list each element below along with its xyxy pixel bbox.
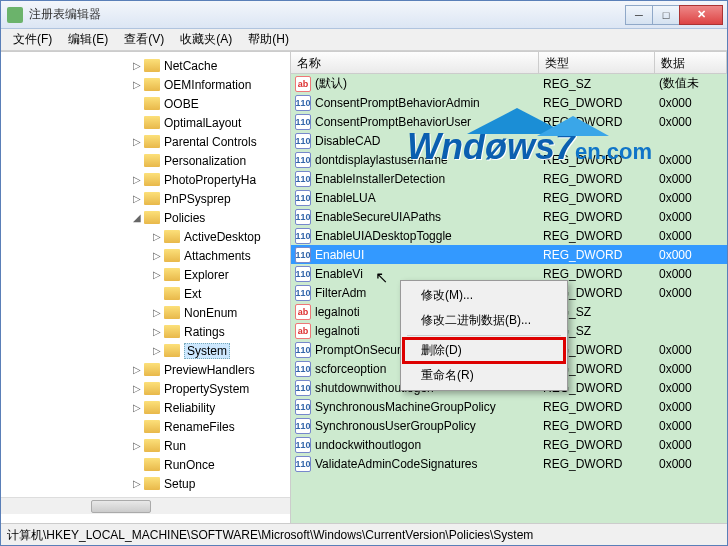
tree-item[interactable]: ▷PreviewHandlers [1,360,290,379]
tree-item[interactable]: Personalization [1,151,290,170]
tree-item[interactable]: Ext [1,284,290,303]
menu-edit[interactable]: 编辑(E) [60,28,116,51]
expander-icon[interactable]: ▷ [151,345,162,356]
value-type: REG_DWORD [539,210,655,224]
expander-icon[interactable]: ▷ [151,326,162,337]
tree-scrollbar[interactable] [1,497,290,514]
expander-icon[interactable]: ▷ [151,250,162,261]
tree-item[interactable]: ◢Policies [1,208,290,227]
tree-label: Explorer [184,268,229,282]
tree-pane[interactable]: ▷NetCache▷OEMInformationOOBEOptimalLayou… [1,52,291,523]
tree-item[interactable]: ▷Parental Controls [1,132,290,151]
value-name: ConsentPromptBehaviorAdmin [315,96,480,110]
expander-icon[interactable]: ▷ [131,478,142,489]
col-type[interactable]: 类型 [539,52,655,73]
expander-icon[interactable] [131,117,142,128]
tree-item[interactable]: ▷PhotoPropertyHa [1,170,290,189]
expander-icon[interactable] [151,288,162,299]
value-data: 0x000 [655,419,727,433]
expander-icon[interactable]: ▷ [131,364,142,375]
expander-icon[interactable] [131,98,142,109]
ctx-modify[interactable]: 修改(M)... [403,283,565,308]
tree-item[interactable]: ▷Run [1,436,290,455]
tree-item[interactable]: ▷PnPSysprep [1,189,290,208]
list-row[interactable]: 110EnableSecureUIAPathsREG_DWORD0x000 [291,207,727,226]
list-row[interactable]: 110SynchronousUserGroupPolicyREG_DWORD0x… [291,416,727,435]
expander-icon[interactable]: ▷ [131,136,142,147]
tree-item[interactable]: ▷System [1,341,290,360]
tree-label: PreviewHandlers [164,363,255,377]
value-icon: 110 [295,380,311,396]
list-row[interactable]: 110EnableUIREG_DWORD0x000 [291,245,727,264]
menu-file[interactable]: 文件(F) [5,28,60,51]
tree-label: Ext [184,287,201,301]
menu-help[interactable]: 帮助(H) [240,28,297,51]
value-name: FilterAdm [315,286,366,300]
folder-icon [144,154,160,167]
tree-label: ActiveDesktop [184,230,261,244]
expander-icon[interactable]: ▷ [151,307,162,318]
expander-icon[interactable]: ▷ [131,193,142,204]
list-row[interactable]: 110dontdisplaylastusernameREG_DWORD0x000 [291,150,727,169]
value-name: scforceoption [315,362,386,376]
tree-item[interactable]: RenameFiles [1,417,290,436]
list-row[interactable]: 110ValidateAdminCodeSignaturesREG_DWORD0… [291,454,727,473]
col-name[interactable]: 名称 [291,52,539,73]
expander-icon[interactable]: ▷ [131,402,142,413]
menu-view[interactable]: 查看(V) [116,28,172,51]
list-row[interactable]: 110ConsentPromptBehaviorAdminREG_DWORD0x… [291,93,727,112]
folder-icon [144,458,160,471]
menu-favorites[interactable]: 收藏夹(A) [172,28,240,51]
expander-icon[interactable] [131,421,142,432]
ctx-modify-binary[interactable]: 修改二进制数据(B)... [403,308,565,333]
value-icon: 110 [295,152,311,168]
list-row[interactable]: 110EnableUIADesktopToggleREG_DWORD0x000 [291,226,727,245]
col-data[interactable]: 数据 [655,52,727,73]
expander-icon[interactable] [131,459,142,470]
tree-label: NetCache [164,59,217,73]
list-row[interactable]: ab(默认)REG_SZ(数值未 [291,74,727,93]
expander-icon[interactable]: ◢ [131,212,142,223]
expander-icon[interactable]: ▷ [151,231,162,242]
tree-item[interactable]: ▷ActiveDesktop [1,227,290,246]
expander-icon[interactable] [131,155,142,166]
expander-icon[interactable]: ▷ [131,174,142,185]
tree-item[interactable]: OptimalLayout [1,113,290,132]
tree-item[interactable]: ▷Attachments [1,246,290,265]
tree-item[interactable]: ▷NonEnum [1,303,290,322]
tree-item[interactable]: ▷PropertySystem [1,379,290,398]
ctx-rename[interactable]: 重命名(R) [403,363,565,388]
list-row[interactable]: 110undockwithoutlogonREG_DWORD0x000 [291,435,727,454]
value-icon: 110 [295,95,311,111]
tree-item[interactable]: ▷Explorer [1,265,290,284]
tree-item[interactable]: ▷Reliability [1,398,290,417]
tree-item[interactable]: ▷OEMInformation [1,75,290,94]
expander-icon[interactable]: ▷ [151,269,162,280]
list-row[interactable]: 110EnableInstallerDetectionREG_DWORD0x00… [291,169,727,188]
minimize-button[interactable]: ─ [625,5,653,25]
tree-item[interactable]: ▷NetCache [1,56,290,75]
tree-item[interactable]: ▷Setup [1,474,290,493]
list-row[interactable]: 110DisableCAD [291,131,727,150]
value-name: undockwithoutlogon [315,438,421,452]
ctx-separator [407,335,561,336]
expander-icon[interactable]: ▷ [131,440,142,451]
folder-icon [144,477,160,490]
expander-icon[interactable]: ▷ [131,60,142,71]
value-icon: 110 [295,247,311,263]
tree-item[interactable]: OOBE [1,94,290,113]
list-row[interactable]: 110ConsentPromptBehaviorUserREG_DWORD0x0… [291,112,727,131]
list-row[interactable]: 110SynchronousMachineGroupPolicyREG_DWOR… [291,397,727,416]
expander-icon[interactable]: ▷ [131,383,142,394]
list-row[interactable]: 110EnableLUAREG_DWORD0x000 [291,188,727,207]
folder-icon [144,192,160,205]
folder-icon [144,135,160,148]
close-button[interactable]: ✕ [679,5,723,25]
value-name: EnableVi [315,267,363,281]
expander-icon[interactable]: ▷ [131,79,142,90]
maximize-button[interactable]: □ [652,5,680,25]
tree-item[interactable]: ▷Ratings [1,322,290,341]
ctx-delete[interactable]: 删除(D) [403,338,565,363]
value-data: 0x000 [655,115,727,129]
tree-item[interactable]: RunOnce [1,455,290,474]
